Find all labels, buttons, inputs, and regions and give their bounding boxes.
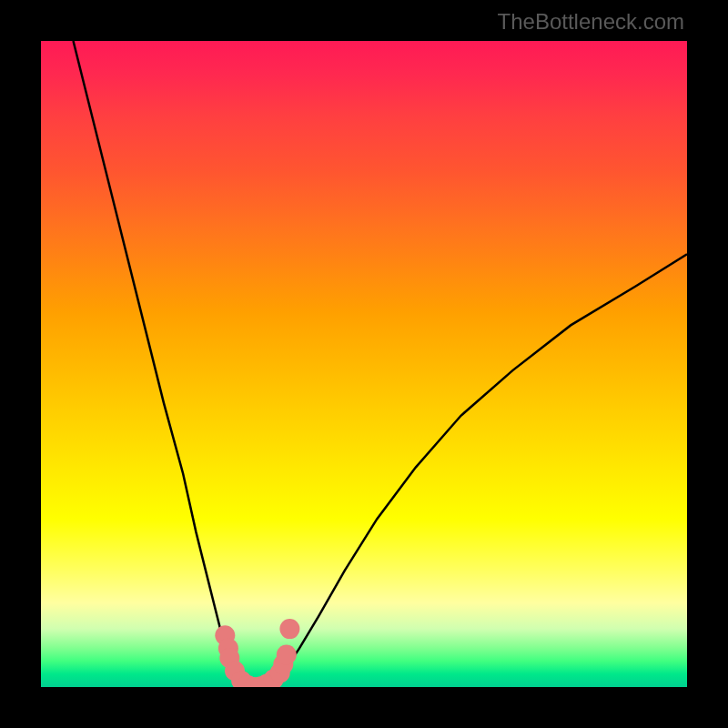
- chart-container: TheBottleneck.com: [0, 0, 728, 728]
- curve-left-curve: [74, 41, 255, 687]
- data-dot: [277, 645, 297, 665]
- chart-svg: [41, 41, 687, 687]
- data-dot: [279, 619, 299, 639]
- watermark-text: TheBottleneck.com: [498, 9, 684, 35]
- curve-right-curve: [254, 254, 687, 687]
